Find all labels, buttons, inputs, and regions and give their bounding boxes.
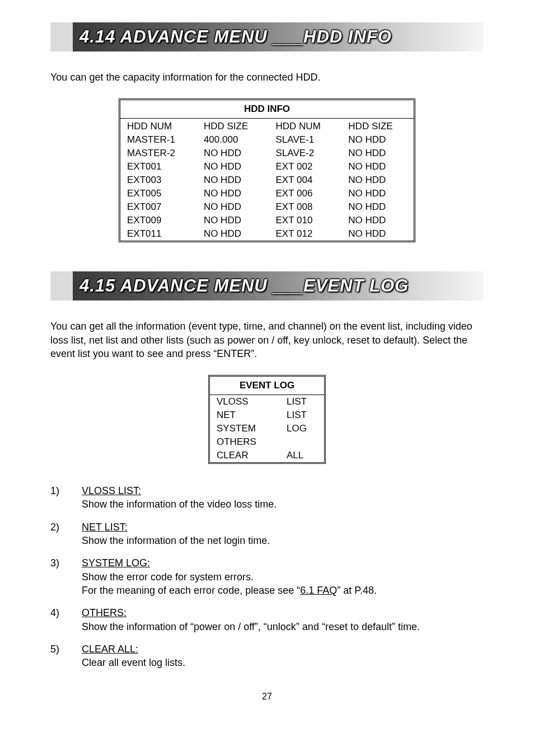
def-term: SYSTEM LOG: [82, 557, 150, 569]
hdd-col-header: HDD SIZE [197, 119, 269, 133]
faq-link: 6.1 FAQ [300, 585, 337, 596]
cell: OTHERS [210, 435, 280, 449]
cell: SLAVE-2 [269, 147, 342, 160]
section-heading-hdd-info: 4.14 ADVANCE MENU ___HDD INFO [50, 22, 484, 51]
cell: MASTER-2 [120, 147, 197, 160]
cell: 400.000 [197, 133, 269, 147]
cell: NO HDD [341, 214, 414, 227]
hdd-col-header: HDD SIZE [341, 119, 414, 133]
def-term: VLOSS LIST: [82, 485, 141, 496]
table-row: MASTER-2NO HDDSLAVE-2NO HDD [120, 147, 414, 160]
cell: NO HDD [341, 187, 414, 200]
def-number: 5) [50, 642, 82, 670]
def-term: OTHERS: [82, 607, 127, 618]
table-row: EXT003NO HDDEXT 004NO HDD [120, 173, 414, 187]
cell: NO HDD [197, 227, 269, 241]
table-row: OTHERS [210, 435, 324, 449]
intro-text-hdd: You can get the capacity information for… [50, 71, 484, 84]
headline-text: 4.14 ADVANCE MENU ___HDD INFO [50, 27, 392, 47]
def-item-clear: 5) CLEAR ALL: Clear all event log lists. [50, 642, 484, 670]
table-row: EXT007NO HDDEXT 008NO HDD [120, 200, 414, 214]
cell: EXT001 [120, 160, 197, 173]
cell: EXT 012 [269, 227, 342, 241]
def-desc: Clear all event log lists. [82, 657, 185, 668]
def-item-system: 3) SYSTEM LOG: Show the error code for s… [50, 556, 484, 597]
table-row: CLEARALL [210, 449, 324, 462]
cell: NO HDD [341, 173, 414, 187]
cell: EXT 010 [269, 214, 342, 227]
cell: VLOSS [210, 395, 280, 408]
def-term: NET LIST: [82, 522, 128, 533]
headline-text: 4.15 ADVANCE MENU ___EVENT LOG [50, 276, 409, 296]
table-row: MASTER-1400.000SLAVE-1NO HDD [120, 133, 414, 147]
cell: NO HDD [341, 200, 414, 214]
cell: SLAVE-1 [269, 133, 342, 147]
cell: EXT007 [120, 200, 197, 214]
cell [280, 435, 324, 449]
cell: NO HDD [341, 133, 414, 147]
section-heading-event-log: 4.15 ADVANCE MENU ___EVENT LOG [50, 271, 484, 300]
cell: NET [210, 408, 280, 422]
table-row: SYSTEMLOG [210, 422, 324, 435]
table-row: NETLIST [210, 408, 324, 422]
table-row: EXT011NO HDDEXT 012NO HDD [120, 227, 414, 241]
cell: NO HDD [197, 173, 269, 187]
cell: SYSTEM [210, 422, 280, 435]
cell: EXT009 [120, 214, 197, 227]
cell: EXT 004 [269, 173, 342, 187]
cell: NO HDD [197, 187, 269, 200]
cell: NO HDD [341, 147, 414, 160]
def-desc-post: ” at P.48. [337, 585, 377, 596]
event-log-table: EVENT LOG VLOSSLIST NETLIST SYSTEMLOG OT… [208, 375, 326, 464]
cell: LOG [280, 422, 324, 435]
def-desc: Show the error code for system errors. F… [82, 571, 377, 596]
cell: CLEAR [210, 449, 280, 462]
hdd-col-header: HDD NUM [269, 119, 342, 133]
def-desc-pre: Show the error code for system errors. F… [82, 571, 300, 596]
cell: NO HDD [341, 227, 414, 241]
page-number: 27 [50, 692, 484, 702]
cell: NO HDD [197, 214, 269, 227]
def-desc: Show the information of the video loss t… [82, 499, 277, 510]
hdd-info-table: HDD INFO HDD NUM HDD SIZE HDD NUM HDD SI… [119, 98, 415, 242]
cell: NO HDD [197, 200, 269, 214]
cell: EXT 002 [269, 160, 342, 173]
def-desc: Show the information of “power on / off”… [82, 621, 420, 632]
hdd-col-header: HDD NUM [120, 119, 197, 133]
table-row: EXT009NO HDDEXT 010NO HDD [120, 214, 414, 227]
def-desc: Show the information of the net login ti… [82, 535, 270, 546]
cell: ALL [280, 449, 324, 462]
cell: EXT005 [120, 187, 197, 200]
def-term: CLEAR ALL: [82, 644, 138, 655]
cell: EXT 006 [269, 187, 342, 200]
def-number: 3) [50, 556, 82, 597]
table-row: EXT005NO HDDEXT 006NO HDD [120, 187, 414, 200]
intro-text-event: You can get all the information (event t… [50, 320, 484, 360]
def-item-net: 2) NET LIST: Show the information of the… [50, 520, 484, 548]
cell: NO HDD [341, 160, 414, 173]
cell: LIST [280, 395, 324, 408]
definitions-list: 1) VLOSS LIST: Show the information of t… [50, 484, 484, 669]
cell: EXT003 [120, 173, 197, 187]
def-number: 1) [50, 484, 82, 511]
def-item-vloss: 1) VLOSS LIST: Show the information of t… [50, 484, 484, 511]
cell: LIST [280, 408, 324, 422]
def-item-others: 4) OTHERS: Show the information of “powe… [50, 606, 484, 633]
cell: MASTER-1 [120, 133, 197, 147]
event-table-title: EVENT LOG [210, 377, 324, 395]
cell: NO HDD [197, 160, 269, 173]
hdd-table-title: HDD INFO [120, 100, 414, 118]
cell: EXT011 [120, 227, 197, 241]
table-row: EXT001NO HDDEXT 002NO HDD [120, 160, 414, 173]
table-row: VLOSSLIST [210, 395, 324, 408]
cell: EXT 008 [269, 200, 342, 214]
cell: NO HDD [197, 147, 269, 160]
def-number: 4) [50, 606, 82, 633]
def-number: 2) [50, 520, 82, 548]
